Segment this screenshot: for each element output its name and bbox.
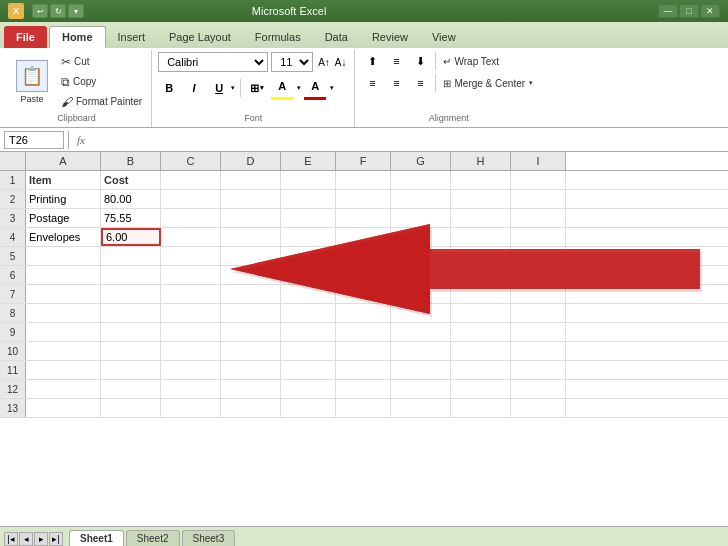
sheet-tab-1[interactable]: Sheet1 (69, 530, 124, 546)
cell-F11[interactable] (336, 361, 391, 379)
cell-I9[interactable] (511, 323, 566, 341)
decrease-font-button[interactable]: A↓ (333, 56, 349, 69)
cell-B10[interactable] (101, 342, 161, 360)
cell-I4[interactable] (511, 228, 566, 246)
cell-F9[interactable] (336, 323, 391, 341)
cell-C6[interactable] (161, 266, 221, 284)
cell-F2[interactable] (336, 190, 391, 208)
cell-H2[interactable] (451, 190, 511, 208)
cell-A11[interactable] (26, 361, 101, 379)
font-color-button[interactable]: A (304, 76, 326, 96)
cell-A10[interactable] (26, 342, 101, 360)
cell-H5[interactable] (451, 247, 511, 265)
font-size-select[interactable]: 11 (271, 52, 313, 72)
cell-I8[interactable] (511, 304, 566, 322)
cell-D1[interactable] (221, 171, 281, 189)
undo-button[interactable]: ↩ (32, 4, 48, 18)
cell-A4[interactable]: Envelopes (26, 228, 101, 246)
bold-button[interactable]: B (158, 78, 180, 98)
cell-I2[interactable] (511, 190, 566, 208)
cell-A8[interactable] (26, 304, 101, 322)
cell-G3[interactable] (391, 209, 451, 227)
sheet-nav-prev[interactable]: ◂ (19, 532, 33, 546)
cell-C8[interactable] (161, 304, 221, 322)
cell-D8[interactable] (221, 304, 281, 322)
cell-G12[interactable] (391, 380, 451, 398)
italic-button[interactable]: I (183, 78, 205, 98)
cell-F1[interactable] (336, 171, 391, 189)
cell-B2[interactable]: 80.00 (101, 190, 161, 208)
cell-G13[interactable] (391, 399, 451, 417)
cut-button[interactable]: ✂ Cut (58, 54, 145, 70)
cell-F10[interactable] (336, 342, 391, 360)
font-family-select[interactable]: Calibri (158, 52, 268, 72)
tab-data[interactable]: Data (313, 26, 360, 48)
cell-G2[interactable] (391, 190, 451, 208)
cell-D12[interactable] (221, 380, 281, 398)
cell-E12[interactable] (281, 380, 336, 398)
tab-formulas[interactable]: Formulas (243, 26, 313, 48)
align-middle-button[interactable]: ≡ (385, 52, 407, 70)
cell-I7[interactable] (511, 285, 566, 303)
customize-button[interactable]: ▾ (68, 4, 84, 18)
cell-B12[interactable] (101, 380, 161, 398)
cell-F5[interactable] (336, 247, 391, 265)
cell-H12[interactable] (451, 380, 511, 398)
copy-button[interactable]: ⧉ Copy (58, 74, 145, 90)
cell-A13[interactable] (26, 399, 101, 417)
cell-A5[interactable] (26, 247, 101, 265)
cell-H10[interactable] (451, 342, 511, 360)
underline-button[interactable]: U (208, 78, 230, 98)
col-header-a[interactable]: A (26, 152, 101, 170)
redo-button[interactable]: ↻ (50, 4, 66, 18)
fill-dropdown[interactable]: ▾ (297, 84, 301, 92)
cell-H3[interactable] (451, 209, 511, 227)
sheet-nav-next[interactable]: ▸ (34, 532, 48, 546)
paste-button[interactable]: 📋 Paste (8, 52, 56, 111)
cell-F13[interactable] (336, 399, 391, 417)
cell-D2[interactable] (221, 190, 281, 208)
cell-C5[interactable] (161, 247, 221, 265)
align-bottom-button[interactable]: ⬇ (409, 52, 431, 70)
cell-H11[interactable] (451, 361, 511, 379)
cell-F4[interactable] (336, 228, 391, 246)
cell-E4[interactable] (281, 228, 336, 246)
align-center-button[interactable]: ≡ (385, 74, 407, 92)
cell-C12[interactable] (161, 380, 221, 398)
align-right-button[interactable]: ≡ (409, 74, 431, 92)
cell-reference-input[interactable] (4, 131, 64, 149)
cell-D13[interactable] (221, 399, 281, 417)
cell-B7[interactable] (101, 285, 161, 303)
cell-H1[interactable] (451, 171, 511, 189)
col-header-e[interactable]: E (281, 152, 336, 170)
cell-D5[interactable] (221, 247, 281, 265)
maximize-button[interactable]: □ (679, 4, 699, 18)
cell-G9[interactable] (391, 323, 451, 341)
cell-E10[interactable] (281, 342, 336, 360)
cell-C13[interactable] (161, 399, 221, 417)
cell-E2[interactable] (281, 190, 336, 208)
minimize-button[interactable]: — (658, 4, 678, 18)
sheet-nav-first[interactable]: |◂ (4, 532, 18, 546)
cell-E9[interactable] (281, 323, 336, 341)
merge-dropdown-arrow[interactable]: ▾ (529, 79, 533, 87)
cell-B4[interactable]: 6.00 (101, 228, 161, 246)
cell-F8[interactable] (336, 304, 391, 322)
cell-F6[interactable] (336, 266, 391, 284)
formula-input[interactable] (93, 134, 724, 146)
cell-A3[interactable]: Postage (26, 209, 101, 227)
cell-A2[interactable]: Printing (26, 190, 101, 208)
col-header-b[interactable]: B (101, 152, 161, 170)
cell-A7[interactable] (26, 285, 101, 303)
cell-H13[interactable] (451, 399, 511, 417)
cell-D11[interactable] (221, 361, 281, 379)
cell-B8[interactable] (101, 304, 161, 322)
cell-E1[interactable] (281, 171, 336, 189)
cell-B13[interactable] (101, 399, 161, 417)
tab-insert[interactable]: Insert (106, 26, 158, 48)
cell-F3[interactable] (336, 209, 391, 227)
cell-H6[interactable] (451, 266, 511, 284)
cell-G5[interactable] (391, 247, 451, 265)
col-header-f[interactable]: F (336, 152, 391, 170)
cell-E13[interactable] (281, 399, 336, 417)
